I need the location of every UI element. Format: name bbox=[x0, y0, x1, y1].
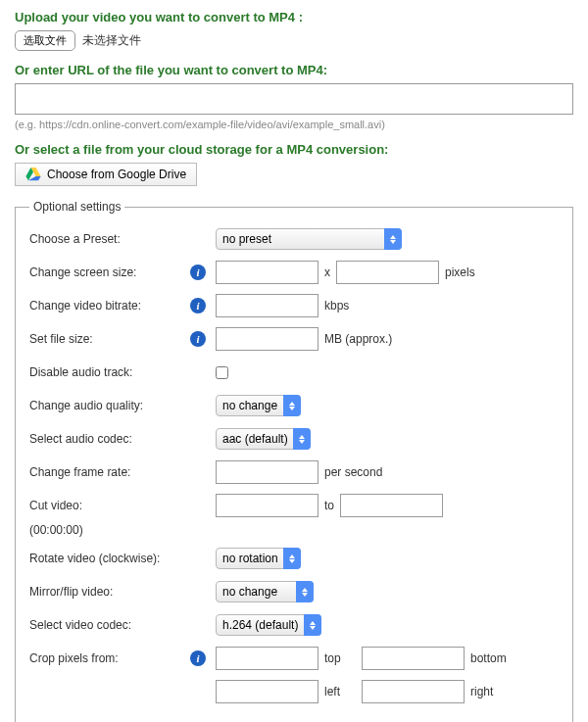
rotate-select[interactable]: no rotation bbox=[216, 548, 301, 569]
cut-row: Cut video: to bbox=[29, 494, 559, 517]
pixels-label: pixels bbox=[445, 265, 475, 279]
bitrate-label: Change video bitrate: bbox=[29, 299, 190, 313]
cut-hint: (00:00:00) bbox=[29, 523, 559, 537]
preset-label: Choose a Preset: bbox=[29, 232, 208, 246]
disable-audio-row: Disable audio track: bbox=[29, 361, 559, 384]
crop-right-input[interactable] bbox=[362, 680, 465, 703]
bitrate-input[interactable] bbox=[216, 294, 318, 317]
audio-quality-select[interactable]: no change bbox=[216, 395, 301, 416]
video-codec-row: Select video codec: h.264 (default) bbox=[29, 613, 559, 637]
screen-size-label: Change screen size: bbox=[29, 265, 190, 279]
cut-to-input[interactable] bbox=[340, 494, 443, 517]
mirror-label: Mirror/flip video: bbox=[29, 585, 208, 599]
url-heading: Or enter URL of the file you want to con… bbox=[15, 63, 573, 77]
upload-heading: Upload your video you want to convert to… bbox=[15, 10, 573, 24]
video-codec-select[interactable]: h.264 (default) bbox=[216, 614, 321, 636]
info-icon[interactable]: i bbox=[190, 265, 206, 280]
info-icon[interactable]: i bbox=[190, 298, 206, 313]
google-drive-label: Choose from Google Drive bbox=[47, 168, 186, 181]
x-label: x bbox=[324, 265, 330, 279]
rotate-row: Rotate video (clockwise): no rotation bbox=[29, 547, 559, 570]
framerate-row: Change frame rate: per second bbox=[29, 460, 559, 484]
right-label: right bbox=[470, 685, 493, 698]
filesize-row: Set file size: i MB (approx.) bbox=[29, 327, 559, 351]
top-label: top bbox=[324, 651, 356, 665]
preset-select[interactable]: no preset bbox=[216, 228, 402, 250]
framerate-label: Change frame rate: bbox=[29, 465, 208, 479]
google-drive-button[interactable]: Choose from Google Drive bbox=[15, 163, 197, 186]
bitrate-row: Change video bitrate: i kbps bbox=[29, 294, 559, 317]
file-row: 选取文件 未选择文件 bbox=[15, 30, 573, 51]
info-icon[interactable]: i bbox=[190, 650, 206, 666]
audio-quality-label: Change audio quality: bbox=[29, 399, 208, 412]
optional-legend: Optional settings bbox=[29, 200, 124, 214]
to-label: to bbox=[324, 499, 334, 512]
google-drive-icon bbox=[25, 168, 41, 181]
disable-audio-label: Disable audio track: bbox=[29, 365, 208, 379]
rotate-label: Rotate video (clockwise): bbox=[29, 552, 208, 565]
screen-width-input[interactable] bbox=[216, 261, 318, 284]
cut-label: Cut video: bbox=[29, 499, 208, 512]
bottom-label: bottom bbox=[470, 651, 507, 665]
persecond-label: per second bbox=[324, 465, 382, 479]
filesize-input[interactable] bbox=[216, 327, 318, 351]
mirror-select[interactable]: no change bbox=[216, 581, 314, 602]
disable-audio-checkbox[interactable] bbox=[216, 366, 228, 379]
mb-label: MB (approx.) bbox=[324, 332, 392, 346]
crop-row-2: left right bbox=[29, 680, 559, 703]
framerate-input[interactable] bbox=[216, 460, 318, 484]
choose-file-button[interactable]: 选取文件 bbox=[15, 30, 75, 51]
screen-size-row: Change screen size: i x pixels bbox=[29, 261, 559, 284]
left-label: left bbox=[324, 685, 356, 698]
no-file-label: 未选择文件 bbox=[82, 33, 141, 47]
crop-label: Crop pixels from: bbox=[29, 651, 190, 665]
audio-codec-label: Select audio codec: bbox=[29, 432, 208, 446]
kbps-label: kbps bbox=[324, 299, 349, 313]
crop-bottom-input[interactable] bbox=[362, 647, 465, 670]
preset-row: Choose a Preset: no preset bbox=[29, 227, 559, 251]
crop-top-input[interactable] bbox=[216, 647, 318, 670]
audio-quality-row: Change audio quality: no change bbox=[29, 394, 559, 417]
mirror-row: Mirror/flip video: no change bbox=[29, 580, 559, 603]
info-icon[interactable]: i bbox=[190, 331, 206, 347]
crop-left-input[interactable] bbox=[216, 680, 318, 703]
audio-codec-select[interactable]: aac (default) bbox=[216, 428, 311, 450]
crop-row-1: Crop pixels from: i top bottom bbox=[29, 647, 559, 670]
cloud-heading: Or select a file from your cloud storage… bbox=[15, 142, 573, 157]
url-example: (e.g. https://cdn.online-convert.com/exa… bbox=[15, 119, 573, 130]
filesize-label: Set file size: bbox=[29, 332, 190, 346]
screen-height-input[interactable] bbox=[336, 261, 439, 284]
url-input[interactable] bbox=[15, 83, 573, 115]
cut-from-input[interactable] bbox=[216, 494, 318, 517]
optional-settings-fieldset: Optional settings Choose a Preset: no pr… bbox=[15, 200, 573, 722]
video-codec-label: Select video codec: bbox=[29, 618, 208, 632]
audio-codec-row: Select audio codec: aac (default) bbox=[29, 427, 559, 451]
